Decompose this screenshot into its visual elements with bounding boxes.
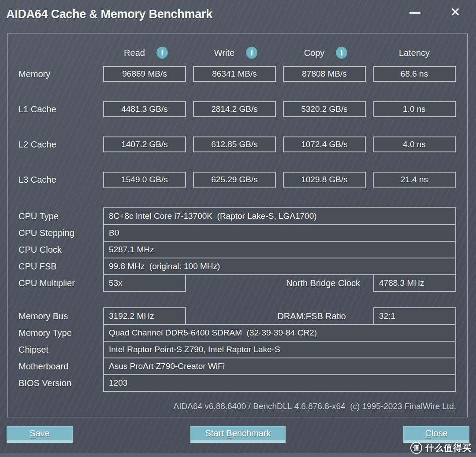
l3-read-value: 1549.0 GB/s bbox=[103, 172, 186, 188]
bios-version-label: BIOS Version bbox=[19, 378, 96, 388]
memory-write-value: 86341 MB/s bbox=[193, 66, 276, 82]
memory-copy-value: 87808 MB/s bbox=[283, 66, 366, 82]
column-header-read: Read i bbox=[103, 45, 186, 60]
cpu-type-value: 8C+8c Intel Core i7-13700K (Raptor Lake-… bbox=[103, 207, 456, 225]
chipset-value: Intel Raptor Point-S Z790, Intel Raptor … bbox=[103, 341, 456, 358]
memory-bus-label: Memory Bus bbox=[19, 311, 96, 321]
l3-copy-value: 1029.8 GB/s bbox=[283, 172, 366, 188]
version-footer: AIDA64 v6.88.6400 / BenchDLL 4.6.876.8-x… bbox=[19, 401, 456, 412]
save-button[interactable]: Save bbox=[7, 426, 73, 443]
close-button[interactable]: Close bbox=[403, 426, 469, 443]
cpu-type-row: CPU Type 8C+8c Intel Core i7-13700K (Rap… bbox=[19, 207, 456, 225]
dram-fsb-ratio-label: DRAM:FSB Ratio bbox=[193, 311, 366, 321]
l3-cache-label: L3 Cache bbox=[19, 175, 96, 185]
l1-latency-value: 1.0 ns bbox=[373, 101, 456, 117]
bios-version-value: 1203 bbox=[103, 374, 456, 392]
cpu-fsb-label: CPU FSB bbox=[19, 262, 96, 272]
north-bridge-clock-value: 4788.3 MHz bbox=[373, 274, 456, 292]
column-header-latency: Latency bbox=[373, 45, 456, 60]
close-window-button[interactable]: ✕ bbox=[444, 3, 466, 21]
l1-cache-row: L1 Cache 4481.3 GB/s 2814.2 GB/s 5320.2 … bbox=[19, 101, 456, 117]
motherboard-value: Asus ProArt Z790-Creator WiFi bbox=[103, 357, 456, 375]
dram-fsb-ratio-value: 32:1 bbox=[373, 307, 456, 325]
l2-cache-row: L2 Cache 1407.2 GB/s 612.85 GB/s 1072.4 … bbox=[19, 136, 456, 152]
cpu-fsb-row: CPU FSB 99.8 MHz (original: 100 MHz) bbox=[19, 258, 456, 275]
titlebar: AIDA64 Cache & Memory Benchmark ✕ bbox=[0, 0, 476, 31]
cpu-clock-row: CPU Clock 5287.1 MHz bbox=[19, 241, 456, 258]
aida64-benchmark-window: { "window": { "title": "AIDA64 Cache & M… bbox=[0, 0, 476, 457]
l3-write-value: 625.29 GB/s bbox=[193, 172, 276, 188]
window-title: AIDA64 Cache & Memory Benchmark bbox=[6, 7, 212, 21]
l1-read-value: 4481.3 GB/s bbox=[103, 101, 186, 117]
l3-latency-value: 21.4 ns bbox=[373, 172, 456, 188]
l2-copy-value: 1072.4 GB/s bbox=[283, 136, 366, 152]
cpu-stepping-label: CPU Stepping bbox=[19, 228, 96, 238]
copy-info-icon[interactable]: i bbox=[336, 47, 347, 59]
window-bottom-strip bbox=[0, 453, 476, 457]
cpu-multiplier-label: CPU Multiplier bbox=[19, 278, 96, 288]
memory-type-label: Memory Type bbox=[19, 328, 96, 338]
l2-read-value: 1407.2 GB/s bbox=[103, 136, 186, 152]
cpu-multiplier-row: CPU Multiplier 53x North Bridge Clock 47… bbox=[19, 274, 456, 292]
cpu-fsb-value: 99.8 MHz (original: 100 MHz) bbox=[103, 258, 456, 275]
minimize-icon bbox=[409, 12, 420, 14]
motherboard-label: Motherboard bbox=[19, 361, 96, 372]
watermark-text: 什么值得买 bbox=[425, 442, 472, 454]
benchmark-header-row: Read i Write i Copy i Latency bbox=[19, 45, 456, 60]
read-info-icon[interactable]: i bbox=[156, 47, 168, 59]
cpu-clock-value: 5287.1 MHz bbox=[103, 241, 456, 258]
chipset-label: Chipset bbox=[19, 345, 96, 355]
memory-type-value: Quad Channel DDR5-6400 SDRAM (32-39-39-8… bbox=[103, 324, 456, 342]
memory-read-value: 96869 MB/s bbox=[103, 66, 186, 82]
smzdm-logo-icon: 值 bbox=[410, 442, 422, 454]
north-bridge-clock-label: North Bridge Clock bbox=[193, 278, 366, 288]
l1-copy-value: 5320.2 GB/s bbox=[283, 101, 366, 117]
benchmark-panel: Read i Write i Copy i Latency Memory 968… bbox=[7, 33, 468, 417]
l2-write-value: 612.85 GB/s bbox=[193, 136, 276, 152]
column-header-write: Write i bbox=[193, 45, 276, 60]
l2-cache-label: L2 Cache bbox=[19, 140, 96, 150]
l1-cache-label: L1 Cache bbox=[19, 104, 96, 114]
memory-bus-row: Memory Bus 3192.2 MHz DRAM:FSB Ratio 32:… bbox=[19, 307, 456, 325]
minimize-button[interactable] bbox=[405, 4, 425, 21]
memory-type-row: Memory Type Quad Channel DDR5-6400 SDRAM… bbox=[19, 324, 456, 342]
memory-label: Memory bbox=[19, 69, 96, 79]
cpu-clock-label: CPU Clock bbox=[19, 245, 96, 255]
close-icon: ✕ bbox=[450, 5, 460, 19]
bios-version-row: BIOS Version 1203 bbox=[19, 374, 456, 392]
cpu-type-label: CPU Type bbox=[19, 211, 96, 221]
memory-row: Memory 96869 MB/s 86341 MB/s 87808 MB/s … bbox=[19, 66, 456, 82]
motherboard-row: Motherboard Asus ProArt Z790-Creator WiF… bbox=[19, 357, 456, 375]
watermark: 值 什么值得买 bbox=[410, 442, 472, 454]
l3-cache-row: L3 Cache 1549.0 GB/s 625.29 GB/s 1029.8 … bbox=[19, 172, 456, 188]
memory-latency-value: 68.6 ns bbox=[373, 66, 456, 82]
cpu-stepping-value: B0 bbox=[103, 224, 456, 242]
start-benchmark-button[interactable]: Start Benchmark bbox=[190, 426, 286, 443]
l2-latency-value: 4.0 ns bbox=[373, 136, 456, 152]
memory-bus-value: 3192.2 MHz bbox=[103, 307, 186, 325]
column-header-copy: Copy i bbox=[283, 45, 366, 60]
write-info-icon[interactable]: i bbox=[246, 47, 257, 59]
chipset-row: Chipset Intel Raptor Point-S Z790, Intel… bbox=[19, 341, 456, 358]
l1-write-value: 2814.2 GB/s bbox=[193, 101, 276, 117]
cpu-multiplier-value: 53x bbox=[103, 274, 186, 292]
cpu-stepping-row: CPU Stepping B0 bbox=[19, 224, 456, 242]
